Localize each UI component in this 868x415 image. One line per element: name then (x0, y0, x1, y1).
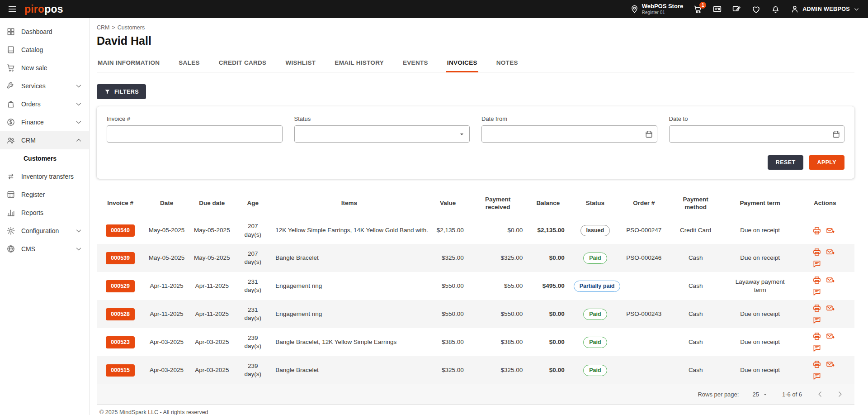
sidebar-item-new-sale[interactable]: New sale (0, 59, 89, 77)
sidebar-item-services[interactable]: Services (0, 77, 89, 95)
sidebar-item-reports[interactable]: Reports (0, 204, 89, 222)
filter-panel: Invoice # Status Date from (97, 106, 854, 179)
payment-term-cell: Due on receipt (725, 300, 796, 328)
breadcrumb-crm[interactable]: CRM (97, 24, 109, 31)
reset-button[interactable]: RESET (768, 155, 804, 170)
tab-email-history[interactable]: EMAIL HISTORY (334, 58, 385, 72)
invoice-row-000540: 000540May-05-2025May-05-2025207 day(s)12… (97, 217, 854, 244)
register-edit-button[interactable] (732, 5, 741, 14)
payment-method-cell: Cash (666, 300, 724, 328)
previous-page-button[interactable] (816, 390, 825, 399)
sidebar-item-finance[interactable]: Finance (0, 113, 89, 131)
invoice-number-badge[interactable]: 000523 (106, 336, 135, 348)
tab-main-information[interactable]: MAIN INFORMATION (97, 58, 160, 72)
sidebar-item-cms[interactable]: CMS (0, 240, 89, 258)
sidebar-item-catalog[interactable]: Catalog (0, 41, 89, 59)
sidebar-item-register[interactable]: Register (0, 186, 89, 204)
notifications-button[interactable] (771, 5, 780, 14)
value-cell: $325.00 (428, 356, 468, 384)
row-actions (812, 226, 838, 235)
invoice-number-badge[interactable]: 000540 (106, 224, 135, 237)
funnel-icon (104, 88, 111, 95)
invoice-number-cell: 000528 (97, 300, 144, 328)
print-icon[interactable] (812, 360, 821, 369)
menu-button[interactable] (5, 2, 19, 16)
sidebar-item-orders[interactable]: Orders (0, 95, 89, 113)
finance-icon (6, 118, 15, 127)
status-filter-field: Status (294, 115, 470, 143)
page-title: David Hall (97, 34, 854, 48)
calendar-icon[interactable] (645, 130, 653, 138)
email-invoice-icon[interactable] (826, 332, 835, 341)
email-invoice-icon[interactable] (826, 304, 835, 313)
print-icon[interactable] (812, 332, 821, 341)
rows-per-page-select[interactable]: 25 (752, 391, 768, 398)
tab-invoices[interactable]: INVOICES (446, 58, 478, 72)
payment-method-cell: Credit Card (666, 217, 724, 244)
column-header-items: Items (271, 191, 427, 217)
invoice-filter-input[interactable] (107, 125, 283, 143)
email-invoice-icon[interactable] (826, 276, 835, 285)
print-icon[interactable] (812, 226, 821, 235)
hamburger-icon (7, 4, 17, 14)
sidebar: DashboardCatalogNew saleServicesOrdersFi… (0, 18, 90, 415)
sidebar-item-inventory-transfers[interactable]: Inventory transfers (0, 167, 89, 186)
wishlist-button[interactable] (751, 5, 761, 14)
status-badge: Paid (583, 253, 607, 264)
configuration-icon (6, 226, 15, 235)
topbar: piropos WebPOS Store Register 01 1 ADMIN… (0, 0, 868, 18)
column-header-order: Order # (621, 191, 666, 217)
email-invoice-icon[interactable] (826, 360, 835, 369)
date-to-input[interactable] (669, 125, 845, 143)
print-icon[interactable] (812, 276, 821, 285)
invoice-number-badge[interactable]: 000528 (106, 308, 135, 320)
invoice-note-icon[interactable] (812, 287, 821, 296)
sidebar-item-label: New sale (21, 64, 83, 72)
payment-received-cell: $325.00 (468, 244, 527, 272)
app-logo[interactable]: piropos (24, 4, 63, 14)
cms-icon (6, 244, 15, 253)
order-number-cell: PSO-000247 (621, 217, 666, 244)
invoice-note-icon[interactable] (812, 315, 821, 324)
customer-display-button[interactable] (712, 5, 722, 14)
due-date-cell: May-05-2025 (189, 217, 235, 244)
tab-sales[interactable]: SALES (178, 58, 201, 72)
invoice-number-badge[interactable]: 000515 (106, 364, 135, 377)
tab-credit-cards[interactable]: CREDIT CARDS (218, 58, 268, 72)
invoice-note-icon[interactable] (812, 343, 821, 353)
tab-bar: MAIN INFORMATIONSALESCREDIT CARDSWISHLIS… (97, 58, 854, 72)
status-filter-select[interactable] (294, 125, 470, 143)
invoice-number-badge[interactable]: 000529 (106, 280, 135, 292)
sidebar-item-dashboard[interactable]: Dashboard (0, 23, 89, 41)
row-actions (812, 304, 838, 324)
payment-term-cell: Due on receipt (725, 244, 796, 272)
email-invoice-icon[interactable] (826, 248, 835, 257)
user-menu[interactable]: ADMIN WEBPOS (790, 5, 860, 14)
next-page-button[interactable] (835, 390, 844, 399)
store-selector[interactable]: WebPOS Store Register 01 (630, 3, 684, 15)
date-to-field: Date to (669, 115, 845, 143)
invoice-note-icon[interactable] (812, 259, 821, 268)
breadcrumb-customers[interactable]: Customers (118, 24, 145, 31)
tab-notes[interactable]: NOTES (495, 58, 519, 72)
tab-events[interactable]: EVENTS (402, 58, 429, 72)
apply-button[interactable]: APPLY (809, 155, 844, 170)
sidebar-item-crm[interactable]: CRM (0, 131, 89, 149)
email-invoice-icon[interactable] (826, 226, 835, 235)
print-icon[interactable] (812, 304, 821, 313)
print-icon[interactable] (812, 248, 821, 257)
actions-cell (795, 217, 854, 244)
tab-wishlist[interactable]: WISHLIST (284, 58, 316, 72)
date-from-input[interactable] (481, 125, 657, 143)
sidebar-item-customers[interactable]: Customers (0, 149, 89, 167)
filters-toggle-button[interactable]: FILTERS (97, 84, 146, 99)
breadcrumb-separator: > (112, 24, 115, 31)
invoice-note-icon[interactable] (812, 372, 821, 381)
payment-method-cell: Cash (666, 244, 724, 272)
calendar-icon[interactable] (832, 130, 840, 138)
filter-actions: RESET APPLY (107, 155, 844, 170)
row-actions (812, 332, 838, 353)
cart-button[interactable]: 1 (693, 5, 703, 14)
invoice-number-badge[interactable]: 000539 (106, 252, 135, 264)
sidebar-item-configuration[interactable]: Configuration (0, 222, 89, 240)
